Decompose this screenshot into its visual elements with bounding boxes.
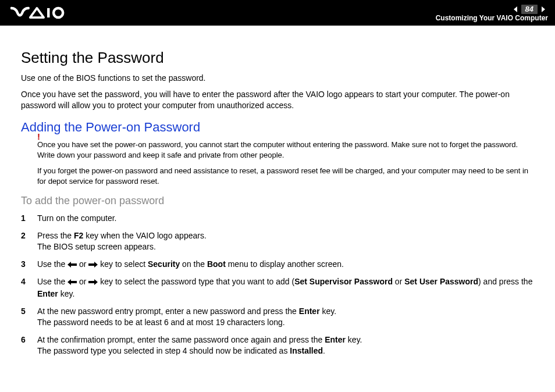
step-text: ) and press the [478, 277, 532, 286]
step-body: At the confirmation prompt, enter the sa… [37, 334, 534, 357]
step-number: 5 [21, 306, 37, 318]
step-number: 1 [21, 213, 37, 224]
list-item: 5 At the new password entry prompt, ente… [21, 306, 534, 329]
step-text: key to select [98, 259, 148, 269]
step-number: 6 [21, 334, 37, 346]
nav-next-icon[interactable] [538, 5, 548, 13]
svg-rect-0 [47, 8, 49, 17]
step-key: Enter [325, 335, 346, 344]
step-text: At the new password entry prompt, enter … [37, 307, 299, 316]
step-key: Enter [37, 289, 58, 298]
arrow-left-icon [67, 277, 77, 288]
arrow-left-icon [67, 259, 77, 271]
vaio-logo-svg [10, 6, 79, 19]
step-text: key when the VAIO logo appears. [83, 231, 206, 240]
step-text: At the confirmation prompt, enter the sa… [37, 335, 325, 344]
step-text: Press the [37, 231, 74, 240]
subsection-title: Adding the Power-on Password [21, 120, 534, 135]
list-item: 3 Use the or key to select Security on t… [21, 259, 534, 271]
step-text: Use the [37, 259, 67, 269]
step-text: The password type you selected in step 4… [37, 346, 290, 355]
warning-icon: ! [37, 131, 40, 141]
vaio-logo [10, 6, 79, 19]
step-text: key. [320, 307, 337, 316]
page-number: 84 [521, 5, 538, 14]
step-body: At the new password entry prompt, enter … [37, 306, 534, 329]
page-title: Setting the Password [21, 49, 534, 67]
step-body: Turn on the computer. [37, 213, 534, 224]
step-text: menu to display another screen. [226, 259, 344, 269]
step-text: key. [346, 335, 362, 344]
arrow-right-icon [88, 259, 98, 271]
procedure-title: To add the power-on password [21, 195, 534, 207]
list-item: 4 Use the or key to select the password … [21, 276, 534, 300]
header-bar: 84 Customizing Your VAIO Computer [0, 0, 555, 26]
step-text: key. [58, 289, 75, 298]
nav-prev-icon[interactable] [511, 5, 521, 13]
step-body: Use the or key to select Security on the… [37, 259, 534, 271]
step-number: 4 [21, 276, 37, 288]
intro-paragraph-1: Use one of the BIOS functions to set the… [21, 73, 534, 84]
step-key: Boot [207, 259, 226, 269]
svg-point-1 [54, 8, 63, 17]
step-text: Use the [37, 277, 67, 286]
header-right: 84 Customizing Your VAIO Computer [436, 5, 548, 22]
warning-paragraph-1: Once you have set the power-on password,… [37, 140, 534, 161]
arrow-right-icon [88, 277, 98, 288]
step-key: Security [148, 259, 180, 269]
steps-list: 1 Turn on the computer. 2 Press the F2 k… [21, 213, 534, 357]
step-body: Use the or key to select the password ty… [37, 276, 534, 300]
header-section-title: Customizing Your VAIO Computer [436, 15, 548, 22]
step-text: key to select the password type that you… [98, 277, 294, 286]
step-text: or [77, 259, 88, 269]
step-text: or [393, 277, 404, 286]
step-key: Installed [290, 346, 323, 355]
step-text: . [323, 346, 325, 355]
step-key: Enter [299, 307, 320, 316]
list-item: 1 Turn on the computer. [21, 213, 534, 224]
page-nav: 84 [511, 5, 548, 14]
step-key: Set Supervisor Password [294, 277, 393, 286]
step-body: Press the F2 key when the VAIO logo appe… [37, 230, 534, 253]
step-key: Set User Password [404, 277, 478, 286]
step-text: on the [180, 259, 207, 269]
warning-block: ! Once you have set the power-on passwor… [37, 140, 534, 187]
step-number: 2 [21, 230, 37, 242]
step-text: Turn on the computer. [37, 213, 116, 223]
step-text: or [77, 277, 88, 286]
warning-paragraph-2: If you forget the power-on password and … [37, 166, 534, 187]
list-item: 6 At the confirmation prompt, enter the … [21, 334, 534, 357]
content: Setting the Password Use one of the BIOS… [0, 26, 555, 375]
step-number: 3 [21, 259, 37, 270]
step-key: F2 [74, 231, 83, 240]
step-text: The password needs to be at least 6 and … [37, 318, 285, 327]
intro-paragraph-2: Once you have set the password, you will… [21, 89, 534, 112]
step-text: The BIOS setup screen appears. [37, 242, 156, 251]
list-item: 2 Press the F2 key when the VAIO logo ap… [21, 230, 534, 253]
